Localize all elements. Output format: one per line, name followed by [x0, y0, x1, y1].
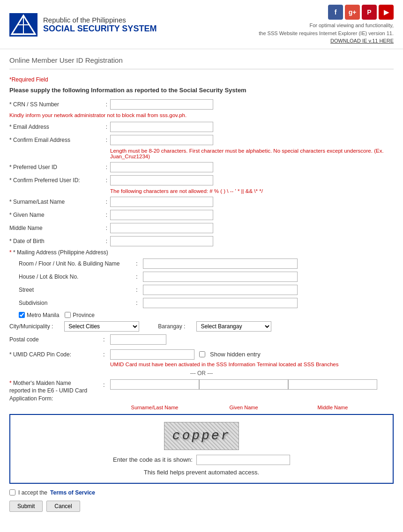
city-select[interactable]: Select Cities [64, 321, 139, 332]
room-input[interactable] [143, 259, 298, 269]
youtube-icon[interactable]: ▶ [379, 5, 394, 20]
captcha-note: This field helps prevent automated acces… [17, 469, 386, 476]
surname-row: * Surname/Last Name : [9, 197, 394, 207]
umid-label: * UMID CARD Pin Code: [9, 351, 103, 358]
postal-row: Postal code : [9, 334, 394, 345]
street-label: Street [9, 287, 136, 293]
confirm-userid-label: * Confirm Preferred User ID: [9, 177, 103, 184]
header-left: Republic of the Philippines SOCIAL SECUR… [9, 13, 157, 37]
street-row: Street : [9, 285, 394, 295]
terms-prefix: I accept the [18, 489, 47, 496]
room-row: Room / Floor / Unit No. & Building Name … [9, 259, 394, 269]
given-name-row: * Given Name : [9, 210, 394, 220]
postal-input[interactable] [110, 334, 166, 345]
mothers-row: * Mother's Maiden Name reported in the E… [9, 379, 394, 403]
cancel-button[interactable]: Cancel [46, 501, 80, 512]
show-hidden-checkbox[interactable] [199, 351, 205, 357]
house-label: House / Lot & Block No. [9, 273, 136, 280]
main-content: Online Member User ID Registration *Requ… [0, 49, 403, 521]
middle-name-input[interactable] [110, 223, 213, 233]
terms-link[interactable]: Terms of Service [50, 489, 95, 496]
crn-label: * CRN / SS Number [9, 101, 103, 108]
required-note: *Required Field [9, 76, 394, 83]
confirm-email-row: * Confirm Email Address : [9, 135, 394, 145]
confirm-userid-input[interactable] [110, 175, 213, 185]
show-hidden-label[interactable]: Show hidden entry [210, 351, 261, 358]
mothers-middle-header: Middle Name [288, 405, 377, 410]
middle-name-row: Middle Name : [9, 223, 394, 233]
surname-input[interactable] [110, 197, 213, 207]
title-divider [9, 69, 394, 69]
mothers-middle-input[interactable] [288, 379, 377, 390]
captcha-input-row: Enter the code as it is shown: [17, 455, 386, 465]
umid-note: UMID Card must have been activated in th… [110, 362, 394, 367]
captcha-input[interactable] [196, 455, 290, 465]
header-right: f g+ P ▶ For optimal viewing and functio… [259, 5, 394, 45]
sss-logo [9, 13, 37, 37]
header-title: Republic of the Philippines SOCIAL SECUR… [43, 16, 157, 34]
dob-input[interactable] [110, 236, 213, 246]
house-row: House / Lot & Block No. : [9, 272, 394, 282]
room-label: Room / Floor / Unit No. & Building Name [9, 260, 136, 267]
city-barangay-row: City/Municipality : Select Cities Barang… [9, 321, 394, 332]
email-alert: Kindly inform your network administrator… [9, 112, 394, 118]
subdivision-row: Subdivision : [9, 298, 394, 308]
mothers-given-input[interactable] [199, 379, 288, 390]
or-divider: --- OR --- [9, 370, 394, 377]
page-title: Online Member User ID Registration [9, 56, 394, 64]
mothers-label: * Mother's Maiden Name reported in the E… [9, 379, 103, 403]
given-name-input[interactable] [110, 210, 213, 220]
confirm-email-input[interactable] [110, 135, 213, 145]
userid-note: Length must be 8-20 characters. First ch… [110, 148, 394, 159]
mothers-surname-input[interactable] [110, 379, 199, 390]
metro-manila-label[interactable]: Metro Manila [19, 312, 59, 318]
captcha-enter-label: Enter the code as it is shown: [113, 456, 193, 463]
download-ie-link[interactable]: DOWNLOAD IE v.11 HERE [330, 38, 394, 44]
preferred-userid-row: * Preferred User ID : [9, 162, 394, 172]
captcha-image: copper [164, 422, 239, 450]
terms-row: I accept the Terms of Service [9, 489, 394, 496]
facebook-icon[interactable]: f [328, 5, 343, 20]
browser-note: For optimal viewing and functionality, t… [259, 22, 394, 45]
street-input[interactable] [143, 285, 298, 295]
middle-name-label: Middle Name [9, 225, 103, 231]
house-input[interactable] [143, 272, 298, 282]
social-icons: f g+ P ▶ [328, 5, 394, 20]
confirm-email-label: * Confirm Email Address [9, 137, 103, 143]
button-row: Submit Cancel [9, 501, 394, 512]
subdivision-label: Subdivision [9, 300, 136, 306]
captcha-box: copper Enter the code as it is shown: Th… [9, 414, 394, 484]
province-checkbox[interactable] [65, 312, 71, 318]
subdivision-input[interactable] [143, 298, 298, 308]
given-name-label: * Given Name [9, 212, 103, 218]
mothers-given-header: Given Name [199, 405, 288, 410]
googleplus-icon[interactable]: g+ [345, 5, 360, 20]
area-checkbox-row: Metro Manila Province [19, 312, 394, 318]
mailing-section-label: * * Mailing Address (Philippine Address) [9, 249, 394, 256]
umid-pin-input[interactable] [110, 349, 194, 360]
page-header: Republic of the Philippines SOCIAL SECUR… [0, 0, 403, 49]
terms-checkbox[interactable] [9, 489, 15, 495]
dob-label: * Date of Birth [9, 238, 103, 244]
instruction-text: Please supply the following Information … [9, 87, 394, 94]
city-label: City/Municipality : [9, 323, 53, 330]
metro-manila-checkbox[interactable] [19, 312, 25, 318]
submit-button[interactable]: Submit [9, 501, 43, 512]
umid-row: * UMID CARD Pin Code: : Show hidden entr… [9, 349, 394, 360]
preferred-userid-input[interactable] [110, 162, 213, 172]
email-row: * Email Address : [9, 122, 394, 132]
password-note: The following characters are not allowed… [110, 188, 394, 194]
crn-input[interactable] [110, 99, 213, 110]
org-line2: SOCIAL SECURITY SYSTEM [43, 24, 157, 34]
crn-row: * CRN / SS Number : [9, 99, 394, 110]
dob-row: * Date of Birth : [9, 236, 394, 246]
mothers-surname-header: Surname/Last Name [110, 405, 199, 410]
pinterest-icon[interactable]: P [362, 5, 377, 20]
org-line1: Republic of the Philippines [43, 16, 157, 24]
barangay-label: Barangay : [158, 323, 185, 330]
email-input[interactable] [110, 122, 213, 132]
barangay-select[interactable]: Select Barangay [196, 321, 271, 332]
confirm-userid-row: * Confirm Preferred User ID: : [9, 175, 394, 185]
email-label: * Email Address [9, 124, 103, 130]
province-label[interactable]: Province [65, 312, 95, 318]
